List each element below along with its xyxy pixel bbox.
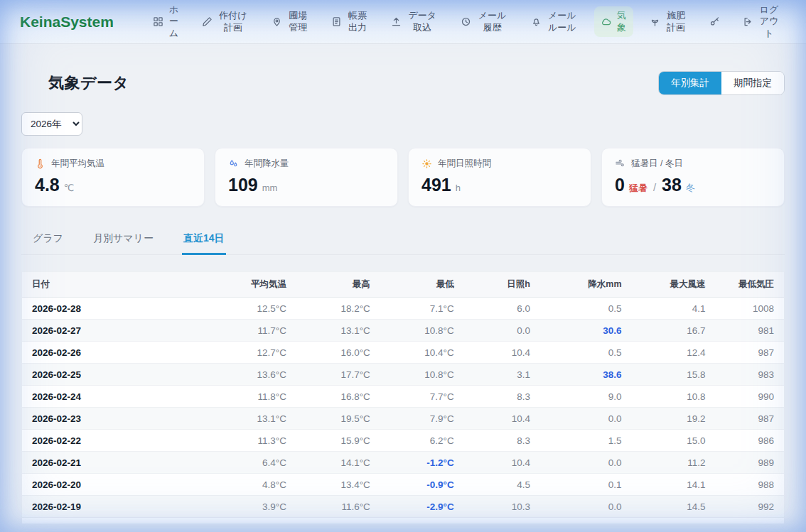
table-row[interactable]: 2026-02-2812.5°C18.2°C7.1°C6.00.54.11008: [22, 298, 784, 320]
year-select[interactable]: 2026年: [21, 112, 82, 136]
nav-item-field-management[interactable]: 圃場管理: [265, 6, 315, 37]
history-clock-icon: [461, 16, 471, 27]
sunshine-cell: 6.0: [464, 298, 540, 320]
avg-temp-cell: 12.7°C: [205, 342, 296, 364]
max-temp-cell: 15.9°C: [296, 430, 380, 452]
max-temp-cell: 19.5°C: [296, 408, 380, 430]
table-row[interactable]: 2026-02-2612.7°C16.0°C10.4°C10.40.512.49…: [22, 342, 784, 364]
table-row[interactable]: 2026-02-2211.3°C15.9°C6.2°C8.31.515.0986: [22, 430, 784, 452]
wind-icon: [615, 158, 625, 169]
pressure-cell: 983: [715, 364, 784, 386]
sunshine-cell: 10.4: [464, 452, 540, 474]
nav-item-label: ホーム: [168, 4, 179, 39]
view-toggle-period[interactable]: 期間指定: [721, 72, 784, 94]
table-row[interactable]: 2026-02-2313.1°C19.5°C7.9°C10.40.019.298…: [22, 408, 784, 430]
stat-card-label: 年間日照時間: [438, 158, 491, 170]
stat-value: 4.8: [35, 175, 60, 195]
column-header: 平均気温: [205, 272, 296, 298]
avg-temp-cell: 4.8°C: [205, 474, 296, 496]
stat-value: 109: [228, 175, 258, 195]
rain-cell: 0.1: [540, 474, 632, 496]
avg-temp-cell: 6.4°C: [205, 452, 296, 474]
table-row[interactable]: 2026-02-204.8°C13.4°C-0.9°C4.50.114.1988: [22, 474, 784, 496]
rain-cell: 0.0: [540, 496, 632, 518]
sunshine-cell: 10.4: [464, 342, 540, 364]
max-temp-cell: 13.4°C: [296, 474, 380, 496]
nav-item-mail-rules[interactable]: メールルール: [525, 6, 584, 37]
date-cell: 2026-02-19: [22, 496, 205, 518]
nav-item-mail-history[interactable]: メール履歴: [454, 6, 514, 37]
stat-card-label-row: 猛暑日 / 冬日: [615, 158, 771, 170]
min-temp-cell: -2.9°C: [380, 496, 464, 518]
nav-item-planting-plan[interactable]: 作付け計画: [195, 6, 255, 37]
wind-cell: 12.4: [632, 342, 716, 364]
rain-cell: 30.6: [540, 320, 632, 342]
nav-item-data-import[interactable]: データ取込: [385, 6, 444, 37]
nav-item-logout[interactable]: ログアウト: [736, 1, 786, 43]
column-header: 日照h: [464, 272, 540, 298]
table-row[interactable]: 2026-02-2513.6°C17.7°C10.8°C3.138.615.89…: [22, 364, 784, 386]
tab-0[interactable]: グラフ: [31, 226, 65, 255]
brand-logo[interactable]: KeinaSystem: [20, 13, 114, 31]
table-row[interactable]: 2026-02-2411.8°C16.8°C7.7°C8.39.010.8990: [22, 386, 784, 408]
recent-days-table-wrap: 日付平均気温最高最低日照h降水mm最大風速最低気圧 2026-02-2812.5…: [21, 271, 785, 523]
main-content: 気象データ 年別集計期間指定 2026年 年間平均気温4.8℃年間降水量109m…: [0, 71, 806, 523]
cold-days-value: 38: [662, 175, 682, 195]
rain-cell: 1.5: [540, 430, 632, 452]
tab-1[interactable]: 月別サマリー: [92, 226, 155, 255]
logout-icon: [743, 16, 753, 27]
value-separator: /: [653, 181, 656, 193]
stat-card-sun: 年間日照時間491h: [408, 148, 591, 207]
top-navigation: KeinaSystem ホーム作付け計画圃場管理帳票出力データ取込メール履歴メー…: [0, 0, 806, 44]
avg-temp-cell: 3.9°C: [205, 496, 296, 518]
stat-card-value-row: 109mm: [228, 175, 385, 195]
wind-cell: 16.7: [632, 320, 716, 342]
pressure-cell: 988: [715, 474, 784, 496]
column-header: 降水mm: [540, 272, 632, 298]
location-pin-icon: [272, 16, 282, 27]
stat-unit: mm: [262, 183, 278, 193]
table-body: 2026-02-2812.5°C18.2°C7.1°C6.00.54.11008…: [22, 298, 784, 518]
nav-item-api-key[interactable]: [703, 13, 726, 31]
nav-item-fertilizer-plan[interactable]: 施肥計画: [643, 6, 693, 37]
max-temp-cell: 14.1°C: [296, 452, 380, 474]
stat-unit: ℃: [64, 183, 75, 193]
thermometer-icon: [35, 158, 45, 169]
nav-item-label: 帳票出力: [347, 10, 368, 33]
table-row[interactable]: 2026-02-216.4°C14.1°C-1.2°C10.40.011.298…: [22, 452, 784, 474]
sunshine-cell: 4.5: [464, 474, 540, 496]
stat-value: 491: [421, 175, 451, 195]
date-cell: 2026-02-24: [22, 386, 205, 408]
stat-card-wind: 猛暑日 / 冬日0猛暑/38冬: [601, 148, 785, 207]
avg-temp-cell: 11.3°C: [205, 430, 296, 452]
pressure-cell: 990: [715, 386, 784, 408]
view-toggle-group: 年別集計期間指定: [658, 71, 785, 95]
nav-item-report-output[interactable]: 帳票出力: [325, 6, 375, 37]
nav-item-label: ログアウト: [758, 4, 780, 39]
date-cell: 2026-02-22: [22, 430, 205, 452]
table-row[interactable]: 2026-02-193.9°C11.6°C-2.9°C10.30.014.599…: [22, 496, 784, 518]
date-cell: 2026-02-20: [22, 474, 205, 496]
table-row[interactable]: 2026-02-2711.7°C13.1°C10.8°C0.030.616.79…: [22, 320, 784, 342]
upload-icon: [391, 16, 402, 27]
cold-days-label: 冬: [686, 182, 695, 195]
nav-item-home[interactable]: ホーム: [146, 1, 186, 43]
wind-cell: 11.2: [632, 452, 716, 474]
stat-card-value-row: 4.8℃: [35, 175, 191, 195]
stat-card-label-row: 年間降水量: [228, 158, 385, 170]
nav-item-label: 圃場管理: [287, 10, 308, 33]
tab-2[interactable]: 直近14日: [182, 226, 226, 255]
pressure-cell: 1008: [715, 298, 784, 320]
stat-card-label-row: 年間平均気温: [35, 158, 191, 170]
nav-item-weather[interactable]: 気象: [594, 6, 633, 37]
hot-days-label: 猛暑: [629, 182, 648, 195]
stat-card-label: 年間平均気温: [51, 158, 104, 170]
date-cell: 2026-02-28: [22, 298, 205, 320]
key-icon: [709, 16, 720, 27]
pressure-cell: 987: [715, 342, 784, 364]
nav-item-label: データ取込: [407, 10, 438, 33]
view-toggle-yearly[interactable]: 年別集計: [659, 72, 721, 94]
cloud-icon: [601, 16, 611, 27]
min-temp-cell: 10.8°C: [380, 320, 464, 342]
max-temp-cell: 11.6°C: [296, 496, 380, 518]
